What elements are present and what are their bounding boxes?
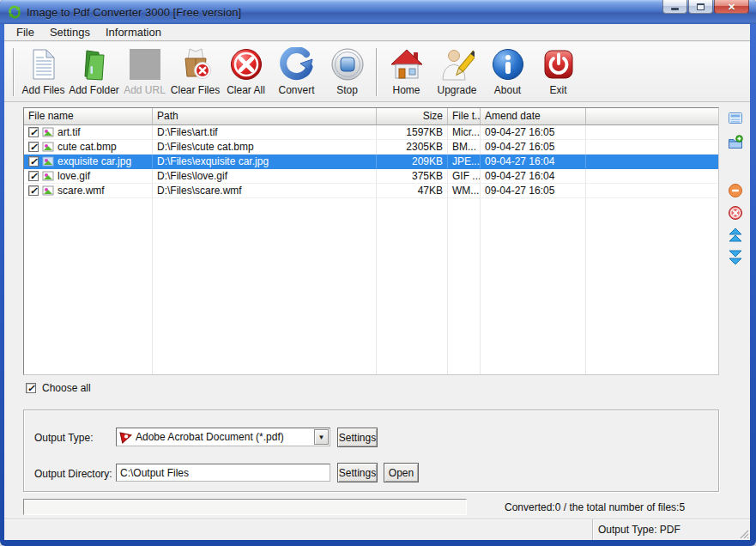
file-date: 09-04-27 16:05 [481, 184, 586, 198]
add-folder-button[interactable]: Add Folder [69, 45, 119, 100]
toolbar-separator [376, 48, 378, 96]
add-url-button: Add URL [119, 45, 170, 100]
add-files-button[interactable]: Add Files [18, 45, 69, 100]
side-add-files-icon[interactable] [728, 111, 743, 126]
table-row[interactable]: ✓ love.gif D:\Files\love.gif 375KB GIF .… [24, 169, 718, 184]
file-size: 1597KB [377, 125, 448, 140]
home-icon [390, 47, 424, 82]
file-path: D:\Files\cute cat.bmp [153, 140, 377, 155]
maximize-icon [697, 3, 705, 10]
directory-settings-button[interactable]: Settings [337, 463, 378, 482]
main-toolbar: Add Files Add Folder Add URL [4, 42, 750, 102]
app-icon [8, 5, 21, 19]
table-row-selected[interactable]: ✓ exquisite car.jpg D:\Files\exquisite c… [24, 155, 718, 169]
choose-all-label: Choose all [42, 382, 91, 394]
column-header-size[interactable]: Size [377, 108, 448, 125]
close-icon: ✕ [728, 1, 735, 13]
file-name: love.gif [57, 169, 90, 183]
choose-all-row: ✓ Choose all [26, 382, 91, 394]
menu-information[interactable]: Information [98, 24, 169, 40]
status-bar-left [4, 519, 592, 540]
image-file-icon [42, 141, 54, 153]
exit-icon [541, 47, 576, 82]
client-area: File Settings Information Add Files [4, 24, 750, 540]
choose-all-checkbox[interactable]: ✓ [26, 383, 36, 393]
file-date: 09-04-27 16:04 [481, 169, 586, 184]
about-button[interactable]: About [482, 45, 533, 100]
progress-bar [23, 499, 467, 515]
conversion-status-text: Converted:0 / the total number of files:… [505, 501, 685, 513]
file-size: 209KB [377, 155, 448, 169]
file-size: 375KB [377, 169, 448, 184]
table-row[interactable]: ✓ cute cat.bmp D:\Files\cute cat.bmp 230… [24, 140, 718, 155]
output-type-label: Output Type: [34, 432, 94, 444]
row-checkbox[interactable]: ✓ [28, 127, 39, 137]
row-checkbox[interactable]: ✓ [28, 185, 39, 196]
maximize-button[interactable] [688, 0, 713, 14]
minimize-icon [671, 8, 679, 10]
clear-all-button[interactable]: Clear All [221, 45, 271, 100]
column-header-path[interactable]: Path [153, 108, 377, 125]
output-type-select[interactable]: Adobe Acrobat Document (*.pdf) ▼ [116, 428, 330, 446]
clear-files-button[interactable]: Clear Files [170, 45, 221, 100]
add-folder-icon [77, 47, 112, 82]
open-button[interactable]: Open [384, 463, 419, 482]
menu-settings[interactable]: Settings [42, 24, 98, 40]
image-file-icon [42, 170, 54, 182]
chevron-down-icon[interactable]: ▼ [314, 429, 329, 445]
clear-files-icon [178, 47, 213, 82]
file-type: WM... [448, 184, 481, 198]
file-path: D:\Files\love.gif [153, 169, 377, 184]
row-checkbox[interactable]: ✓ [28, 142, 39, 152]
file-date: 09-04-27 16:04 [481, 155, 586, 169]
file-list-header: File name Path Size File t... Amend date [24, 108, 718, 125]
column-header-filename[interactable]: File name [24, 108, 153, 125]
image-file-icon [42, 185, 54, 197]
add-url-icon [128, 47, 162, 82]
table-row[interactable]: ✓ scare.wmf D:\Files\scare.wmf 47KB WM..… [24, 184, 718, 198]
upgrade-icon [440, 47, 475, 82]
file-name: exquisite car.jpg [57, 155, 131, 168]
output-directory-input[interactable] [116, 464, 330, 482]
about-icon [491, 47, 525, 82]
side-move-up-icon[interactable] [728, 228, 743, 243]
status-bar: Output Type: PDF [4, 519, 750, 540]
close-button[interactable]: ✕ [714, 0, 749, 14]
status-output-type: Output Type: PDF [598, 524, 680, 536]
upgrade-button[interactable]: Upgrade [432, 45, 482, 100]
pdf-icon [119, 431, 132, 444]
row-checkbox[interactable]: ✓ [28, 171, 39, 181]
type-settings-button[interactable]: Settings [337, 428, 378, 447]
side-move-down-icon[interactable] [728, 250, 743, 265]
side-toolbar [724, 111, 747, 265]
image-file-icon [42, 126, 54, 138]
menu-file[interactable]: File [9, 24, 42, 40]
file-name: art.tif [57, 125, 81, 139]
convert-icon [280, 47, 314, 82]
file-type: Micr... [448, 125, 481, 140]
side-remove-file-icon[interactable] [728, 183, 743, 198]
output-type-value: Adobe Acrobat Document (*.pdf) [136, 431, 314, 443]
exit-button[interactable]: Exit [533, 45, 584, 100]
column-header-filetype[interactable]: File t... [448, 108, 481, 125]
column-header-amend-date[interactable]: Amend date [481, 108, 586, 125]
file-list[interactable]: File name Path Size File t... Amend date… [23, 107, 719, 375]
side-add-folder-icon[interactable] [728, 135, 743, 150]
titlebar[interactable]: Image to Pdf Converter 3000 [Free versio… [0, 0, 756, 24]
convert-button[interactable]: Convert [271, 45, 322, 100]
table-row[interactable]: ✓ art.tif D:\Files\art.tif 1597KB Micr..… [24, 125, 718, 140]
minimize-button[interactable] [662, 0, 687, 14]
menu-bar: File Settings Information [4, 24, 750, 41]
add-files-icon [27, 47, 61, 82]
clear-all-icon [229, 47, 263, 82]
side-clear-list-icon[interactable] [728, 205, 743, 221]
file-date: 09-04-27 16:05 [481, 140, 586, 155]
file-path: D:\Files\scare.wmf [153, 184, 377, 198]
stop-icon [330, 47, 365, 82]
resize-grip-icon[interactable] [738, 528, 749, 539]
stop-button[interactable]: Stop [322, 45, 372, 100]
row-checkbox[interactable]: ✓ [28, 156, 39, 167]
table-empty-area [24, 198, 718, 374]
file-type: BM... [448, 140, 481, 155]
home-button[interactable]: Home [381, 45, 432, 100]
